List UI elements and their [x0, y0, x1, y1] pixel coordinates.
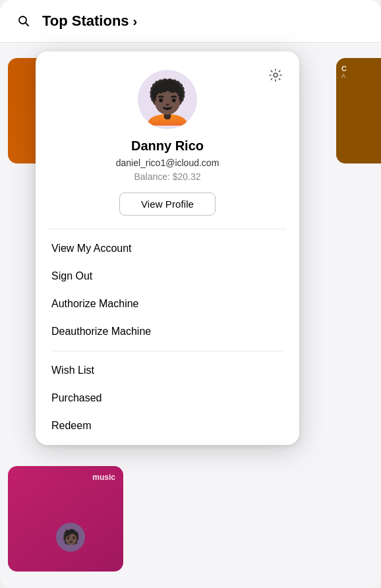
search-button[interactable]: [13, 11, 34, 32]
right-card-label: C: [341, 65, 347, 73]
avatar: 🧑🏿‍🦱: [138, 70, 197, 129]
menu-section-2: Wish List Purchased Redeem: [36, 351, 299, 445]
title-text: Top Stations: [42, 13, 129, 30]
svg-line-1: [26, 23, 28, 26]
bg-card-right-partial: C A: [336, 58, 381, 163]
right-card-sub: A: [341, 73, 345, 79]
bottom-cards-row: music: [0, 466, 381, 588]
view-profile-button[interactable]: View Profile: [119, 192, 216, 216]
svg-point-2: [274, 73, 278, 77]
menu-item-purchased[interactable]: Purchased: [36, 384, 299, 412]
bg-bottom-music-label: music: [92, 473, 115, 482]
profile-section: 🧑🏿‍🦱 Danny Rico daniel_rico1@icloud.com …: [36, 51, 299, 229]
account-dropdown: 🧑🏿‍🦱 Danny Rico daniel_rico1@icloud.com …: [36, 51, 299, 445]
menu-section-1: View My Account Sign Out Authorize Machi…: [36, 229, 299, 351]
page-title: Top Stations ›: [42, 13, 137, 30]
small-avatar[interactable]: 🧑🏿: [56, 523, 85, 552]
user-name: Danny Rico: [131, 138, 204, 154]
menu-item-wish-list[interactable]: Wish List: [36, 357, 299, 384]
menu-item-sign-out[interactable]: Sign Out: [36, 262, 299, 290]
header: Top Stations ›: [0, 0, 381, 43]
user-balance: Balance: $20.32: [134, 171, 200, 182]
menu-item-authorize[interactable]: Authorize Machine: [36, 290, 299, 318]
menu-item-redeem[interactable]: Redeem: [36, 412, 299, 440]
menu-item-deauthorize[interactable]: Deauthorize Machine: [36, 318, 299, 345]
small-avatar-emoji: 🧑🏿: [62, 529, 80, 546]
menu-item-view-account[interactable]: View My Account: [36, 235, 299, 262]
bg-card-purple: music: [8, 466, 123, 572]
chevron-right-icon: ›: [133, 14, 138, 29]
settings-button[interactable]: [265, 65, 286, 86]
user-email: daniel_rico1@icloud.com: [116, 158, 220, 168]
avatar-emoji: 🧑🏿‍🦱: [141, 81, 194, 123]
app-background: Top Stations › music C A music 🧑🏿: [0, 0, 381, 588]
search-icon: [18, 15, 30, 27]
gear-icon: [268, 68, 283, 82]
